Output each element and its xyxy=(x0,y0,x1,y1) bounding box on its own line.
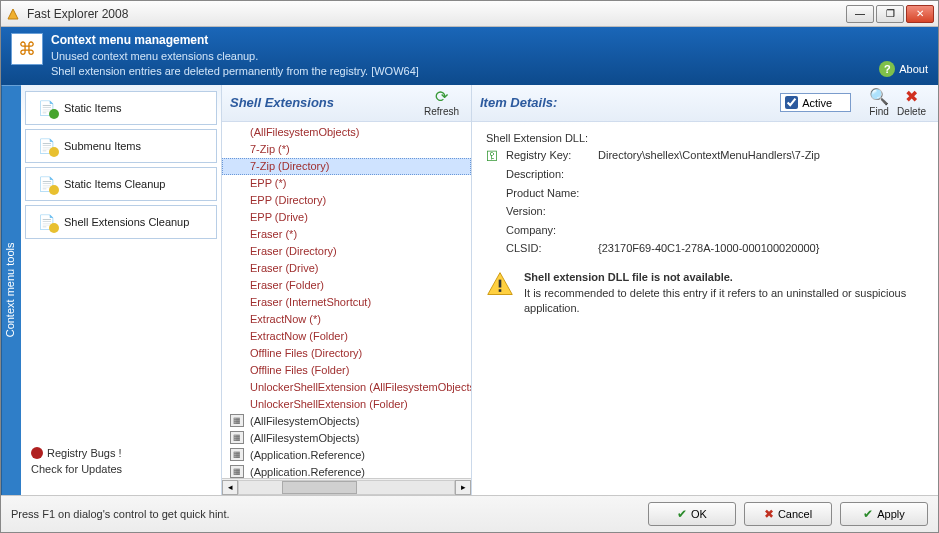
list-item-label: 7-Zip (*) xyxy=(250,143,290,155)
list-item-label: (AllFilesystemObjects) xyxy=(250,415,359,427)
list-item[interactable]: Offline Files (Folder) xyxy=(222,362,471,379)
list-item[interactable]: EPP (*) xyxy=(222,175,471,192)
sidebar-item-submenu-items[interactable]: 📄 Submenu Items xyxy=(25,129,217,163)
list-item[interactable]: EPP (Directory) xyxy=(222,192,471,209)
list-item-label: Eraser (*) xyxy=(250,228,297,240)
find-icon: 🔍 xyxy=(869,89,889,105)
list-item-label: Eraser (Folder) xyxy=(250,279,324,291)
list-item-label: Eraser (Directory) xyxy=(250,245,337,257)
list-item[interactable]: (AllFilesystemObjects) xyxy=(222,124,471,141)
sidebar: 📄 Static Items 📄 Submenu Items 📄 Static … xyxy=(21,85,221,495)
list-item[interactable]: EPP (Drive) xyxy=(222,209,471,226)
item-icon: ▦ xyxy=(230,448,244,461)
item-icon: ▦ xyxy=(230,465,244,478)
list-item[interactable]: Offline Files (Directory) xyxy=(222,345,471,362)
list-item[interactable]: UnlockerShellExtension (Folder) xyxy=(222,396,471,413)
header-subtitle-1: Unused context menu extensions cleanup. xyxy=(51,49,879,64)
header-icon: ⌘ xyxy=(11,33,43,65)
company-label: Company: xyxy=(506,223,598,238)
list-item[interactable]: Eraser (InternetShortcut) xyxy=(222,294,471,311)
hint-text: Press F1 on dialog's control to get quic… xyxy=(11,508,640,520)
check-icon: ✔ xyxy=(863,507,873,521)
close-button[interactable]: ✕ xyxy=(906,5,934,23)
app-icon xyxy=(5,6,21,22)
svg-rect-0 xyxy=(499,280,502,288)
scroll-right-arrow[interactable]: ▸ xyxy=(455,480,471,495)
list-item-label: EPP (Drive) xyxy=(250,211,308,223)
list-item[interactable]: ▦(AllFilesystemObjects) xyxy=(222,430,471,447)
registry-bugs-link[interactable]: Registry Bugs ! xyxy=(31,447,211,459)
list-item[interactable]: 7-Zip (*) xyxy=(222,141,471,158)
list-item[interactable]: UnlockerShellExtension (AllFilesystemObj… xyxy=(222,379,471,396)
list-item-label: (AllFilesystemObjects) xyxy=(250,126,359,138)
key-icon: ⚿ xyxy=(486,148,502,165)
list-item[interactable]: ExtractNow (*) xyxy=(222,311,471,328)
main-area: Context menu tools 📄 Static Items 📄 Subm… xyxy=(1,85,938,495)
check-icon: ✔ xyxy=(677,507,687,521)
list-item-label: Offline Files (Directory) xyxy=(250,347,362,359)
list-item-label: (Application.Reference) xyxy=(250,466,365,478)
list-item[interactable]: Eraser (Folder) xyxy=(222,277,471,294)
bottom-bar: Press F1 on dialog's control to get quic… xyxy=(1,495,938,532)
list-item[interactable]: 7-Zip (Directory) xyxy=(222,158,471,175)
list-item[interactable]: Eraser (Drive) xyxy=(222,260,471,277)
active-checkbox[interactable]: Active xyxy=(780,93,851,112)
refresh-icon: ⟳ xyxy=(435,89,448,105)
help-icon: ? xyxy=(879,61,895,77)
regkey-label: Registry Key: xyxy=(506,148,598,165)
scroll-left-arrow[interactable]: ◂ xyxy=(222,480,238,495)
list-item[interactable]: ▦(Application.Reference) xyxy=(222,447,471,464)
list-item[interactable]: ▦(AllFilesystemObjects) xyxy=(222,413,471,430)
list-item[interactable]: Eraser (*) xyxy=(222,226,471,243)
find-button[interactable]: 🔍 Find xyxy=(865,89,893,117)
regkey-value: Directory\shellex\ContextMenuHandlers\7-… xyxy=(598,148,924,165)
sidebar-item-static-items[interactable]: 📄 Static Items xyxy=(25,91,217,125)
list-item-label: UnlockerShellExtension (AllFilesystemObj… xyxy=(250,381,471,393)
clsid-label: CLSID: xyxy=(506,241,598,256)
active-checkbox-input[interactable] xyxy=(785,96,798,109)
extensions-list[interactable]: (AllFilesystemObjects)7-Zip (*)7-Zip (Di… xyxy=(222,122,471,478)
list-item-label: 7-Zip (Directory) xyxy=(250,160,329,172)
scroll-thumb[interactable] xyxy=(282,481,357,494)
list-item-label: EPP (*) xyxy=(250,177,286,189)
panel-title: Shell Extensions xyxy=(230,95,420,110)
list-item-label: ExtractNow (*) xyxy=(250,313,321,325)
bug-icon xyxy=(31,447,43,459)
warning-line-1: Shell extension DLL file is not availabl… xyxy=(524,270,924,285)
folder-icon: 📄 xyxy=(34,136,58,156)
side-tab-context-tools[interactable]: Context menu tools xyxy=(1,85,21,495)
list-item-label: Eraser (InternetShortcut) xyxy=(250,296,371,308)
detail-title: Item Details: xyxy=(480,95,780,110)
list-item-label: EPP (Directory) xyxy=(250,194,326,206)
desc-label: Description: xyxy=(506,167,598,182)
horizontal-scrollbar[interactable]: ◂ ▸ xyxy=(222,478,471,495)
cancel-button[interactable]: ✖Cancel xyxy=(744,502,832,526)
ok-button[interactable]: ✔OK xyxy=(648,502,736,526)
list-item-label: Eraser (Drive) xyxy=(250,262,318,274)
sidebar-item-shell-extensions-cleanup[interactable]: 📄 Shell Extensions Cleanup xyxy=(25,205,217,239)
item-icon: ▦ xyxy=(230,414,244,427)
clsid-value: {23170F69-40C1-278A-1000-000100020000} xyxy=(598,241,924,256)
minimize-button[interactable]: — xyxy=(846,5,874,23)
list-item[interactable]: Eraser (Directory) xyxy=(222,243,471,260)
check-updates-link[interactable]: Check for Updates xyxy=(31,463,211,475)
cross-icon: ✖ xyxy=(764,507,774,521)
list-item[interactable]: ▦(Application.Reference) xyxy=(222,464,471,478)
warning-icon xyxy=(486,270,514,298)
sidebar-item-static-cleanup[interactable]: 📄 Static Items Cleanup xyxy=(25,167,217,201)
list-item[interactable]: ExtractNow (Folder) xyxy=(222,328,471,345)
about-link[interactable]: ? About xyxy=(879,61,928,77)
maximize-button[interactable]: ❐ xyxy=(876,5,904,23)
item-icon: ▦ xyxy=(230,431,244,444)
folder-icon: 📄 xyxy=(34,174,58,194)
apply-button[interactable]: ✔Apply xyxy=(840,502,928,526)
dll-label: Shell Extension DLL: xyxy=(486,132,924,144)
shell-extensions-panel: Shell Extensions ⟳ Refresh (AllFilesyste… xyxy=(221,85,471,495)
refresh-button[interactable]: ⟳ Refresh xyxy=(420,89,463,117)
window-title: Fast Explorer 2008 xyxy=(27,7,846,21)
list-item-label: (Application.Reference) xyxy=(250,449,365,461)
version-label: Version: xyxy=(506,204,598,219)
header-subtitle-2: Shell extension entries are deleted perm… xyxy=(51,64,879,79)
item-details-panel: Item Details: Active 🔍 Find ✖ Delete She… xyxy=(471,85,938,495)
delete-button[interactable]: ✖ Delete xyxy=(893,89,930,117)
